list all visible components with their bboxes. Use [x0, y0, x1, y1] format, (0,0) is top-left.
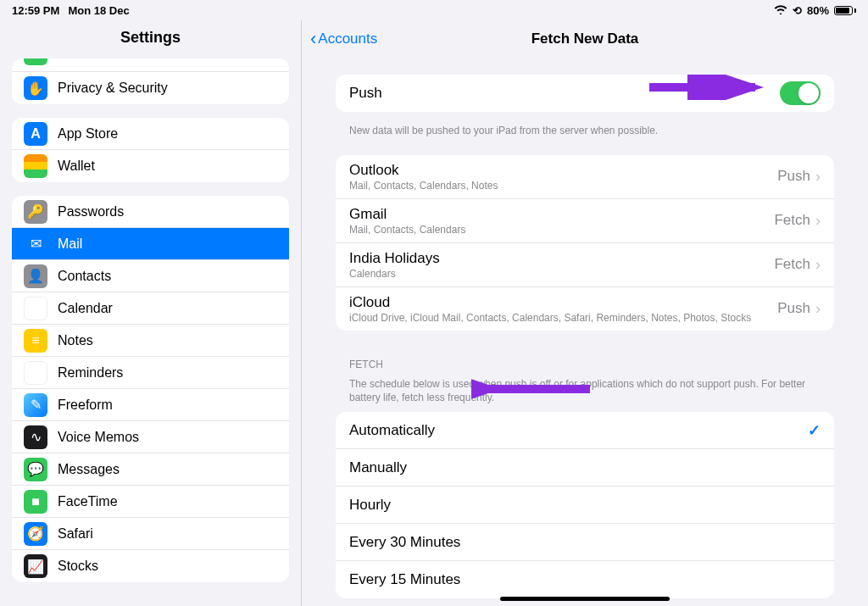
chevron-left-icon: ‹: [310, 28, 316, 50]
sidebar-item-label: Contacts: [58, 269, 277, 284]
sidebar-item-label: Voice Memos: [58, 430, 277, 445]
sidebar-item-reminders[interactable]: •••Reminders: [12, 357, 289, 389]
sidebar-item-safari[interactable]: 🧭Safari: [12, 518, 289, 550]
sidebar-item-passwords[interactable]: 🔑Passwords: [12, 196, 289, 228]
account-name: Outlook: [349, 162, 777, 179]
account-name: India Holidays: [349, 250, 774, 267]
sidebar-item-freeform[interactable]: ✎Freeform: [12, 389, 289, 421]
sidebar-item-hidden-top[interactable]: [12, 58, 289, 72]
chevron-right-icon: ›: [815, 168, 821, 186]
fetch-option-every-30-minutes[interactable]: Every 30 Minutes: [336, 524, 834, 561]
fetch-option-every-15-minutes[interactable]: Every 15 Minutes: [336, 561, 834, 598]
back-label: Accounts: [318, 31, 377, 47]
account-services: iCloud Drive, iCloud Mail, Contacts, Cal…: [349, 312, 777, 324]
fetch-option-label: Automatically: [349, 422, 808, 439]
account-row-outlook[interactable]: OutlookMail, Contacts, Calendars, NotesP…: [336, 155, 834, 199]
sidebar-item-notes[interactable]: ≡Notes: [12, 325, 289, 357]
push-toggle[interactable]: [780, 81, 821, 105]
freeform-icon: ✎: [24, 393, 47, 417]
sidebar-item-calendar[interactable]: ▦Calendar: [12, 292, 289, 325]
wifi-icon: [774, 4, 787, 17]
account-mode: Push: [777, 168, 810, 185]
push-toggle-row[interactable]: Push: [336, 75, 834, 112]
account-name: iCloud: [349, 294, 777, 311]
account-mode: Push: [777, 300, 810, 317]
account-row-icloud[interactable]: iCloudiCloud Drive, iCloud Mail, Contact…: [336, 287, 834, 331]
reminders-icon: •••: [24, 361, 47, 385]
sidebar-item-label: Notes: [58, 333, 277, 348]
sidebar-item-messages[interactable]: 💬Messages: [12, 453, 289, 486]
sidebar-item-label: Passwords: [58, 204, 277, 220]
sidebar-item-label: Reminders: [58, 365, 277, 381]
sidebar-item-label: App Store: [58, 126, 277, 142]
fetch-option-label: Every 15 Minutes: [349, 571, 821, 588]
back-button[interactable]: ‹ Accounts: [302, 28, 377, 50]
sidebar-item-wallet[interactable]: Wallet: [12, 150, 289, 182]
battery-percent: 80%: [807, 4, 829, 17]
chevron-right-icon: ›: [815, 212, 821, 230]
fetch-option-label: Hourly: [349, 497, 821, 514]
safari-icon: 🧭: [24, 522, 47, 546]
home-indicator: [500, 597, 670, 601]
wallet-icon: [24, 154, 47, 178]
account-mode: Fetch: [774, 212, 810, 229]
fetch-option-hourly[interactable]: Hourly: [336, 486, 834, 524]
account-services: Mail, Contacts, Calendars: [349, 224, 774, 236]
battery-icon: [834, 6, 856, 15]
checkmark-icon: ✓: [808, 421, 821, 440]
sidebar-item-mail[interactable]: ✉Mail: [12, 228, 289, 260]
account-name: Gmail: [349, 206, 774, 223]
status-bar: 12:59 PM Mon 18 Dec ⟲ 80%: [0, 0, 868, 20]
page-title: Fetch New Data: [302, 31, 868, 47]
voice-memos-icon: ∿: [24, 425, 47, 449]
sidebar-item-label: Wallet: [58, 158, 277, 174]
notes-icon: ≡: [24, 329, 47, 353]
sidebar-item-label: Mail: [58, 236, 277, 252]
status-date: Mon 18 Dec: [68, 4, 129, 17]
sidebar-item-contacts[interactable]: 👤Contacts: [12, 260, 289, 292]
push-label: Push: [349, 85, 780, 102]
sidebar-item-label: Freeform: [58, 398, 277, 413]
sidebar-item-label: Messages: [58, 462, 277, 477]
facetime-icon: ■: [24, 490, 47, 514]
push-footer: New data will be pushed to your iPad fro…: [336, 119, 834, 138]
fetch-option-manually[interactable]: Manually: [336, 449, 834, 486]
hand-icon: ✋: [24, 76, 47, 100]
chevron-right-icon: ›: [815, 256, 821, 274]
rotation-lock-icon: ⟲: [793, 4, 802, 17]
sidebar-item-stocks[interactable]: 📈Stocks: [12, 550, 289, 582]
fetch-option-label: Every 30 Minutes: [349, 534, 821, 551]
account-services: Mail, Contacts, Calendars, Notes: [349, 180, 777, 192]
mail-icon: ✉: [24, 232, 47, 256]
messages-icon: 💬: [24, 458, 47, 481]
app-store-icon: A: [24, 122, 47, 146]
account-mode: Fetch: [774, 256, 810, 273]
sidebar-item-label: Privacy & Security: [58, 81, 277, 96]
settings-sidebar[interactable]: Settings ✋ Privacy & Security A App Stor…: [0, 20, 302, 606]
sidebar-item-app-store[interactable]: A App Store: [12, 118, 289, 150]
account-row-india-holidays[interactable]: India HolidaysCalendarsFetch›: [336, 243, 834, 287]
sidebar-item-voice-memos[interactable]: ∿Voice Memos: [12, 421, 289, 453]
detail-pane: ‹ Accounts Fetch New Data Push New data …: [302, 20, 868, 606]
account-services: Calendars: [349, 268, 774, 280]
contacts-icon: 👤: [24, 264, 47, 288]
fetch-header: FETCH: [336, 337, 834, 377]
passwords-icon: 🔑: [24, 200, 47, 224]
sidebar-item-label: Safari: [58, 526, 277, 542]
sidebar-title: Settings: [0, 20, 301, 58]
chevron-right-icon: ›: [815, 300, 821, 318]
account-row-gmail[interactable]: GmailMail, Contacts, CalendarsFetch›: [336, 199, 834, 243]
sidebar-item-label: FaceTime: [58, 494, 277, 509]
fetch-desc: The schedule below is used when push is …: [336, 377, 834, 413]
sidebar-item-facetime[interactable]: ■FaceTime: [12, 486, 289, 518]
calendar-icon: ▦: [24, 297, 47, 320]
stocks-icon: 📈: [24, 554, 47, 578]
sidebar-item-label: Stocks: [58, 559, 277, 574]
fetch-option-automatically[interactable]: Automatically✓: [336, 412, 834, 449]
sidebar-item-label: Calendar: [58, 301, 277, 316]
sidebar-item-privacy[interactable]: ✋ Privacy & Security: [12, 72, 289, 104]
fetch-option-label: Manually: [349, 459, 821, 476]
status-time: 12:59 PM: [12, 4, 59, 17]
